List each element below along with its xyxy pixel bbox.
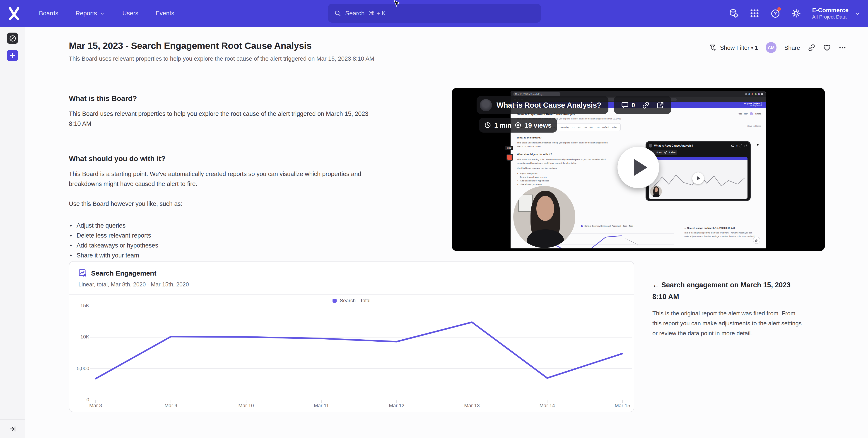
range-button[interactable]: 7D — [571, 126, 574, 128]
board-toolbar: Show Filter • 1 CM Share — [709, 42, 846, 53]
mixpanel-logo-icon[interactable] — [7, 6, 21, 21]
board-header: Mar 15, 2023 - Search Engagement Root Ca… — [69, 40, 374, 62]
x-tick-label: Mar 8 — [80, 403, 112, 408]
apps-grid-icon[interactable] — [750, 9, 759, 18]
mini-save-to-board: Save to Board — [747, 125, 761, 127]
range-button[interactable]: 12M — [595, 126, 599, 128]
duration-clock-icon — [484, 122, 491, 129]
link-icon — [739, 144, 743, 147]
mouse-cursor-icon — [394, 0, 400, 8]
aside-note: ← Search engagement on March 15, 2023 8:… — [652, 279, 805, 338]
range-button[interactable]: 6M — [590, 126, 593, 128]
section-heading: What is this Board? — [69, 95, 373, 103]
y-tick-label: 10K — [69, 334, 89, 340]
stop-recording-button[interactable] — [506, 154, 513, 161]
avatar[interactable]: CM — [766, 42, 777, 53]
copy-video-link-icon[interactable] — [642, 101, 650, 109]
chevron-down-icon — [855, 10, 861, 16]
x-tick-label: Mar 9 — [155, 403, 187, 408]
list-item: Share it with your team — [69, 251, 373, 261]
more-options-icon[interactable] — [839, 44, 846, 52]
mini-legend-swatch — [581, 225, 583, 227]
nav-events[interactable]: Events — [156, 10, 175, 17]
search-shortcut: ⌘ + K — [369, 9, 386, 17]
data-management-icon[interactable] — [729, 9, 738, 18]
project-name: E-Commerce — [812, 6, 848, 14]
list-item: Delete less relevant reports — [69, 231, 373, 241]
external-link-icon — [744, 144, 747, 147]
report-card[interactable]: Search Engagement Linear, total, Mar 8th… — [69, 261, 634, 412]
x-tick-label: Mar 15 — [607, 403, 638, 408]
report-header: Search Engagement — [79, 269, 156, 277]
line-chart-icon — [79, 269, 87, 277]
mini-filter: Filter — [612, 126, 617, 128]
video-range-buttons: TodayYesterday7D30D3M6M12MDefault — [551, 126, 609, 128]
sidebar-footer — [0, 419, 25, 438]
show-filter-button[interactable]: Show Filter • 1 — [709, 44, 758, 52]
favorite-heart-icon[interactable] — [823, 44, 831, 52]
copy-link-icon[interactable] — [808, 44, 815, 52]
discover-boards-button[interactable] — [7, 33, 18, 44]
nested-webcam — [650, 186, 662, 197]
presenter-webcam — [513, 186, 575, 248]
video-embed-card[interactable]: Mar 15, 2023 - Search Eng… Mixpanel (pro… — [452, 88, 825, 251]
line-chart-svg[interactable] — [69, 300, 635, 406]
video-duration: 1 min — [494, 122, 512, 129]
open-external-icon[interactable] — [656, 101, 664, 109]
views-icon — [515, 122, 521, 129]
nav-right: E-Commerce All Project Data — [729, 0, 861, 27]
chart-line-Search - Total — [96, 322, 622, 379]
browser-tab: Mar 15, 2023 - Search Eng… — [513, 92, 560, 96]
nested-video-title: What is Root Cause Analysis? — [654, 144, 693, 147]
video-stats-pill: 1 min 19 views — [479, 117, 557, 133]
range-button[interactable]: 30D — [577, 126, 581, 128]
project-switcher[interactable]: E-Commerce All Project Data — [812, 6, 848, 20]
mini-text-column: What is this Board? This Board uses rele… — [517, 136, 610, 187]
mini-aside-text: ← Search usage on March 15, 2023 8:10 AM… — [684, 227, 756, 238]
chevron-down-icon — [100, 11, 105, 16]
new-board-button[interactable] — [7, 50, 18, 61]
app-window: Boards Reports Users Events Search ⌘ + K… — [0, 0, 868, 438]
search-input[interactable]: Search ⌘ + K — [328, 4, 541, 23]
top-nav: Boards Reports Users Events Search ⌘ + K… — [0, 0, 868, 27]
y-tick-label: 15K — [69, 303, 89, 308]
nav-users[interactable]: Users — [122, 10, 138, 17]
recording-timer: 0:02 — [505, 146, 513, 150]
suggestion-list: Adjust the queries Delete less relevant … — [69, 221, 373, 261]
share-button[interactable]: Share — [784, 44, 800, 51]
play-button[interactable] — [618, 146, 659, 188]
filter-icon — [709, 44, 717, 52]
video-title: What is Root Cause Analysis? — [497, 101, 601, 109]
mini-link-fab — [753, 237, 760, 244]
recorded-cursor-icon — [756, 143, 760, 148]
x-tick-label: Mar 14 — [531, 403, 563, 408]
list-item: Add takeaways or hypotheses — [69, 241, 373, 251]
main-content: Mar 15, 2023 - Search Engagement Root Ca… — [25, 27, 868, 438]
nav-reports[interactable]: Reports — [76, 10, 105, 17]
nested-avatar — [649, 144, 652, 147]
report-subtitle: Linear, total, Mar 8th, 2020 - Mar 15th,… — [79, 281, 189, 288]
video-views: 19 views — [525, 122, 552, 129]
comments-icon[interactable] — [621, 101, 629, 109]
expand-sidebar-icon[interactable] — [9, 425, 16, 433]
nav-boards[interactable]: Boards — [39, 10, 58, 17]
settings-gear-icon[interactable] — [792, 9, 801, 18]
range-button[interactable]: Default — [602, 126, 609, 128]
nested-play-button[interactable] — [692, 172, 704, 184]
divider — [69, 294, 634, 295]
comment-icon — [732, 144, 735, 147]
y-tick-label: 0 — [69, 397, 89, 402]
views-icon — [664, 151, 667, 154]
comment-count: 0 — [631, 101, 635, 109]
report-title[interactable]: Search Engagement — [91, 269, 156, 277]
left-sidebar — [0, 27, 25, 438]
range-button[interactable]: Yesterday — [559, 126, 569, 128]
video-author-avatar — [480, 99, 492, 111]
help-icon[interactable] — [771, 9, 780, 18]
section-body: This Board is a starting point. We've au… — [69, 169, 373, 189]
range-button[interactable]: 3M — [584, 126, 587, 128]
section-body: Use this Board however you like, such as… — [69, 199, 373, 209]
video-title-pill[interactable]: What is Root Cause Analysis? — [476, 96, 609, 114]
x-tick-label: Mar 12 — [381, 403, 412, 408]
page-subtitle: This Board uses relevant properties to h… — [69, 55, 374, 62]
